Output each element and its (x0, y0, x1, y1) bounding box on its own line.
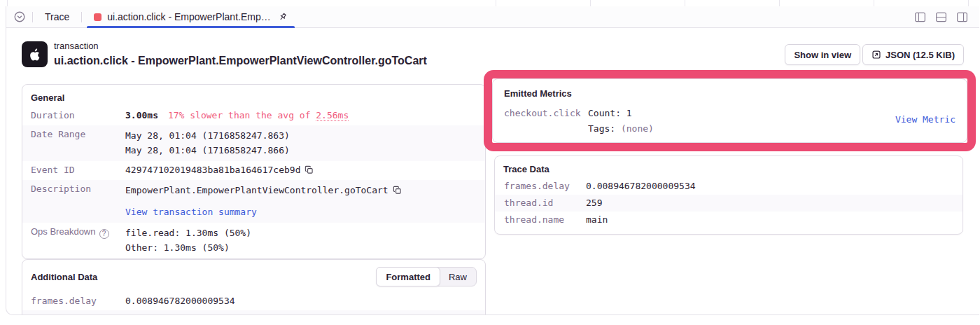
layout-bottom-icon (935, 12, 947, 22)
gridline (590, 0, 591, 6)
gridline (685, 0, 685, 6)
date-range-start: May 28, 01:04 (1716858247.863) (125, 128, 477, 143)
layout-toggle-group (913, 11, 969, 24)
gridline (779, 0, 780, 6)
trace-row-thread-id: thread.id 259 (495, 195, 962, 212)
apple-logo-icon (27, 47, 43, 62)
metric-count: Count: 1 (588, 106, 654, 121)
drawer-tab-bar: Trace ui.action.click - EmpowerPlant.Emp… (6, 6, 979, 28)
formatted-toggle-button[interactable]: Formatted (376, 267, 440, 286)
layout-sidebar-left-button[interactable] (913, 11, 927, 24)
ops-breakdown-label: Ops Breakdown (31, 226, 96, 237)
ops-breakdown-file-read: file.read: 1.30ms (50%) (125, 226, 477, 240)
tab-trace[interactable]: Trace (38, 6, 76, 27)
event-id-value: 429747102019483ba81ba164617ceb9d (125, 165, 300, 175)
general-row-description: Description EmpowerPlant.EmpowerPlantVie… (22, 180, 485, 223)
copy-event-id-button[interactable] (304, 165, 314, 174)
date-range-end: May 28, 01:04 (1716858247.866) (125, 143, 477, 158)
annotation-highlight: Emitted Metrics checkout.click Count: 1 … (484, 70, 976, 151)
trace-data-title: Trace Data (495, 156, 962, 178)
platform-icon-apple (22, 41, 48, 67)
raw-toggle-button[interactable]: Raw (440, 268, 476, 286)
additional-row-thread-id: thread.id 259 (22, 310, 485, 315)
layout-drawer-bottom-button[interactable] (934, 11, 948, 24)
json-download-button[interactable]: JSON (12.5 KiB) (862, 44, 964, 65)
trace-row-thread-name: thread.name main (495, 212, 962, 228)
duration-value: 3.00ms (125, 110, 158, 120)
duration-comparison: 17% slower than the avg of 2.56ms (168, 110, 349, 120)
transaction-badge (94, 13, 102, 21)
general-row-event-id: Event ID 429747102019483ba81ba164617ceb9… (22, 161, 485, 180)
general-row-duration: Duration 3.00ms17% slower than the avg o… (22, 106, 485, 125)
external-link-icon (872, 50, 881, 60)
general-section: General Duration 3.00ms17% slower than t… (22, 84, 486, 259)
layout-right-icon (956, 12, 968, 22)
divider (81, 12, 82, 22)
ops-breakdown-other: Other: 1.30ms (50%) (125, 240, 477, 255)
show-in-view-label: Show in view (794, 50, 851, 60)
gridline (874, 0, 874, 6)
row-key: thread.id (31, 313, 125, 315)
format-toggle: Formatted Raw (376, 267, 477, 286)
chevron-down-circle-icon (13, 11, 26, 23)
general-row-date-range: Date Range May 28, 01:04 (1716858247.863… (22, 125, 485, 161)
row-key: thread.name (504, 214, 586, 226)
additional-data-section: Additional Data Formatted Raw frames.del… (22, 259, 486, 315)
tab-trace-label: Trace (45, 11, 69, 22)
row-key: Ops Breakdown? (31, 226, 125, 255)
event-type-label: transaction (54, 40, 99, 52)
gridline (968, 0, 969, 6)
view-metric-link[interactable]: View Metric (895, 114, 955, 125)
row-key: thread.id (504, 197, 586, 209)
tab-transaction[interactable]: ui.action.click - EmpowerPlant.Emp… (87, 6, 294, 27)
collapse-drawer-button[interactable] (12, 9, 27, 25)
trace-waterfall-strip (0, 0, 980, 6)
trace-row-frames-delay: frames.delay 0.008946782000009534 (495, 178, 962, 195)
row-key: frames.delay (31, 295, 125, 307)
json-button-label: JSON (12.5 KiB) (886, 50, 955, 60)
row-value: 0.008946782000009534 (586, 180, 953, 193)
description-value: EmpowerPlant.EmpowerPlantViewController.… (125, 185, 388, 195)
metric-tags-label: Tags: (588, 123, 621, 134)
emitted-metrics-section: Emitted Metrics checkout.click Count: 1 … (492, 78, 967, 143)
row-value: main (586, 214, 953, 226)
divider (32, 12, 33, 22)
pin-icon[interactable] (276, 10, 290, 24)
row-value: 259 (586, 197, 953, 209)
metric-name: checkout.click (504, 106, 588, 137)
row-key: Description (31, 183, 125, 219)
trace-data-section: Trace Data frames.delay 0.00894678200000… (494, 155, 963, 235)
row-key: Date Range (31, 128, 125, 158)
view-transaction-summary-link[interactable]: View transaction summary (125, 207, 257, 217)
row-key: frames.delay (504, 180, 586, 193)
show-in-view-button[interactable]: Show in view (785, 44, 860, 65)
trace-drawer-panel: Trace ui.action.click - EmpowerPlant.Emp… (6, 6, 979, 315)
emitted-metrics-title: Emitted Metrics (493, 79, 967, 104)
copy-description-button[interactable] (393, 186, 402, 195)
metric-tags-value: (none) (621, 123, 654, 134)
page-title: ui.action.click - EmpowerPlant.EmpowerPl… (54, 53, 427, 68)
copy-icon (393, 186, 402, 195)
layout-left-icon (914, 12, 926, 22)
row-key: Event ID (31, 164, 125, 177)
row-value: 0.008946782000009534 (125, 295, 477, 307)
additional-data-title: Additional Data (31, 272, 97, 282)
help-icon[interactable]: ? (99, 229, 109, 239)
gridline (7, 0, 8, 6)
row-key: Duration (31, 109, 125, 122)
general-row-ops-breakdown: Ops Breakdown? file.read: 1.30ms (50%) O… (22, 223, 485, 258)
copy-icon (304, 165, 314, 174)
metric-tags: Tags: (none) (588, 121, 654, 137)
avg-duration-value: 2.56ms (316, 110, 349, 121)
additional-row-frames-delay: frames.delay 0.008946782000009534 (22, 292, 485, 310)
general-title: General (22, 85, 485, 106)
layout-sidebar-right-button[interactable] (955, 11, 969, 24)
tab-transaction-label: ui.action.click - EmpowerPlant.Emp… (107, 11, 270, 22)
gridline (496, 0, 496, 6)
duration-note-text: 17% slower than the avg of (168, 110, 316, 120)
row-value: 259 (125, 313, 477, 315)
